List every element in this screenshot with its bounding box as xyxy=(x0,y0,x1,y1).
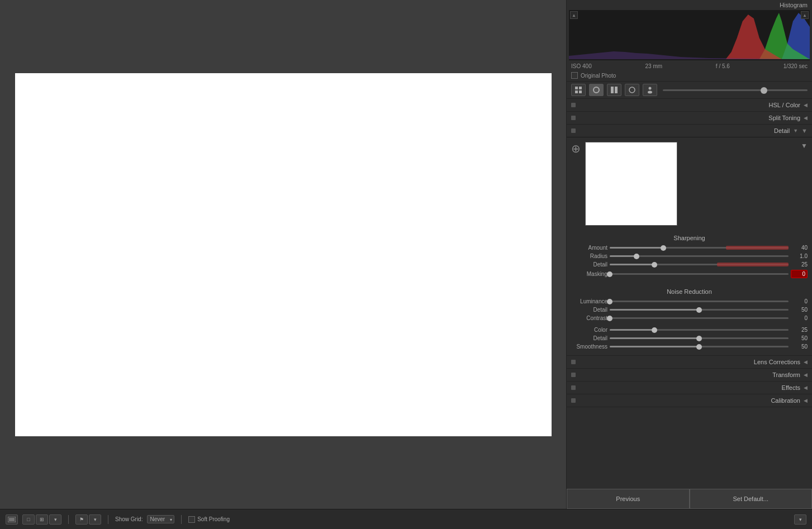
effects-header[interactable]: Effects ◀ xyxy=(567,382,812,394)
set-default-button[interactable]: Set Default... xyxy=(690,489,813,509)
detail-preview-area: ⊕ ▼ xyxy=(567,137,812,230)
histogram-section: Histogram ▲ ▲ ISO 40 xyxy=(567,0,812,82)
detail-crosshair-icon[interactable]: ⊕ xyxy=(571,142,581,155)
filmstrip-view-btn[interactable] xyxy=(6,514,18,525)
transform-dot xyxy=(571,373,576,377)
nr-smoothness-slider[interactable] xyxy=(610,346,789,347)
layout-btn-1[interactable]: □ xyxy=(22,514,35,525)
detail-options-icon[interactable]: ▼ xyxy=(801,142,808,150)
transform-header[interactable]: Transform ◀ xyxy=(567,369,812,381)
layout-btn-2[interactable]: ⊞ xyxy=(36,514,48,525)
nr-contrast-slider[interactable] xyxy=(610,317,789,319)
compare-view-btn[interactable] xyxy=(607,84,621,96)
calibration-title: Calibration xyxy=(579,397,800,404)
previous-button[interactable]: Previous xyxy=(567,489,690,509)
sharpening-detail-slider[interactable] xyxy=(610,264,789,265)
detail-dot xyxy=(571,128,576,133)
scrollable-panels[interactable]: HSL / Color ◀ Split Toning ◀ Detail ▼ xyxy=(567,99,812,489)
lens-corrections-panel: Lens Corrections ◀ xyxy=(567,356,812,369)
detail-filter-icon[interactable]: ▼ xyxy=(801,127,808,134)
show-grid-dropdown[interactable]: Never ▾ xyxy=(147,515,174,523)
calibration-arrow-icon: ◀ xyxy=(804,398,808,403)
hsl-color-title: HSL / Color xyxy=(579,102,800,108)
nr-contrast-label: Contrast xyxy=(571,315,607,321)
sharpening-section: Sharpening Amount 40 xyxy=(567,230,812,284)
split-toning-header[interactable]: Split Toning ◀ xyxy=(567,112,812,124)
sharpening-radius-slider[interactable] xyxy=(610,255,789,257)
sharpening-amount-label: Amount xyxy=(571,245,607,251)
nr-contrast-row: Contrast 0 xyxy=(571,315,808,321)
effects-arrow-icon: ◀ xyxy=(804,385,808,390)
people-view-btn[interactable] xyxy=(643,84,657,96)
detail-preview-image xyxy=(585,142,677,226)
detail-header: Detail ▼ ▼ xyxy=(567,125,812,137)
hsl-color-header[interactable]: HSL / Color ◀ xyxy=(567,99,812,111)
loupe-view-btn[interactable] xyxy=(589,84,604,96)
soft-proofing-label[interactable]: Soft Proofing xyxy=(188,516,230,523)
grid-view-btn[interactable] xyxy=(571,84,586,96)
sharpening-masking-slider[interactable] xyxy=(610,273,789,275)
nr-color-detail-label: Detail xyxy=(571,335,607,341)
lens-dot xyxy=(571,360,576,364)
original-photo-checkbox[interactable] xyxy=(571,72,578,79)
hsl-color-panel: HSL / Color ◀ xyxy=(567,99,812,112)
svg-rect-2 xyxy=(579,87,582,89)
detail-arrow-icon: ▼ xyxy=(793,128,798,134)
transform-arrow-icon: ◀ xyxy=(804,372,808,378)
svg-rect-1 xyxy=(575,87,578,89)
lens-corrections-header[interactable]: Lens Corrections ◀ xyxy=(567,356,812,368)
histogram-graph xyxy=(569,10,810,60)
nr-color-slider[interactable] xyxy=(610,329,789,331)
nr-detail-slider[interactable] xyxy=(610,309,789,311)
calibration-panel: Calibration ◀ xyxy=(567,394,812,407)
shadow-clipping-indicator[interactable]: ▲ xyxy=(570,11,578,19)
sharpening-detail-value: 25 xyxy=(791,261,808,268)
nr-color-value: 25 xyxy=(791,327,808,333)
flag-btn[interactable]: ⚑ xyxy=(75,514,88,525)
rating-dropdown-btn[interactable]: ▾ xyxy=(89,514,101,525)
calibration-header[interactable]: Calibration ◀ xyxy=(567,394,812,407)
layout-buttons: □ ⊞ ▾ xyxy=(22,514,61,525)
sharpening-detail-label: Detail xyxy=(571,261,607,268)
sharpening-label: Sharpening xyxy=(571,235,808,241)
effects-panel: Effects ◀ xyxy=(567,382,812,394)
survey-view-btn[interactable] xyxy=(625,84,639,96)
soft-proofing-checkbox[interactable] xyxy=(188,516,195,523)
hsl-arrow-icon: ◀ xyxy=(804,102,808,108)
layout-dropdown-btn[interactable]: ▾ xyxy=(49,514,61,525)
sharpening-radius-value: 1.0 xyxy=(791,253,808,259)
zoom-slider[interactable] xyxy=(663,89,808,91)
svg-point-10 xyxy=(648,91,652,94)
nr-smoothness-label: Smoothness xyxy=(571,344,607,350)
sharpening-masking-row: Masking 0 xyxy=(571,270,808,278)
sharpening-amount-row: Amount 40 xyxy=(571,245,808,251)
toolbar-divider-1 xyxy=(68,515,69,524)
show-grid-label: Show Grid: xyxy=(115,516,143,522)
sharpening-detail-row: Detail 25 xyxy=(571,261,808,268)
svg-rect-12 xyxy=(9,518,15,521)
nr-luminance-value: 0 xyxy=(791,298,808,304)
view-toolbar xyxy=(567,82,812,99)
highlight-clipping-indicator[interactable]: ▲ xyxy=(801,11,809,19)
nr-luminance-slider[interactable] xyxy=(610,301,789,302)
sharpening-amount-slider[interactable] xyxy=(610,247,789,249)
nr-contrast-value: 0 xyxy=(791,315,808,321)
toolbar-divider-2 xyxy=(108,515,108,524)
svg-point-5 xyxy=(593,87,599,93)
panel-toggle-btn[interactable]: ▾ xyxy=(794,514,806,525)
sharpening-amount-value: 40 xyxy=(791,245,808,251)
transform-title: Transform xyxy=(579,371,800,378)
noise-reduction-section: Noise Reduction Luminance 0 Detail xyxy=(567,284,812,355)
rating-buttons: ⚑ ▾ xyxy=(75,514,101,525)
svg-rect-6 xyxy=(611,87,614,93)
canvas-area xyxy=(0,0,566,509)
nr-smoothness-row: Smoothness 50 xyxy=(571,344,808,350)
sharpening-masking-value: 0 xyxy=(791,270,808,278)
split-toning-dot xyxy=(571,116,576,120)
nr-color-label: Color xyxy=(571,327,607,333)
nr-smoothness-value: 50 xyxy=(791,344,808,350)
sharpening-masking-label: Masking xyxy=(571,271,607,277)
nr-color-detail-slider[interactable] xyxy=(610,337,789,339)
nr-detail-label: Detail xyxy=(571,307,607,313)
effects-title: Effects xyxy=(579,384,800,391)
